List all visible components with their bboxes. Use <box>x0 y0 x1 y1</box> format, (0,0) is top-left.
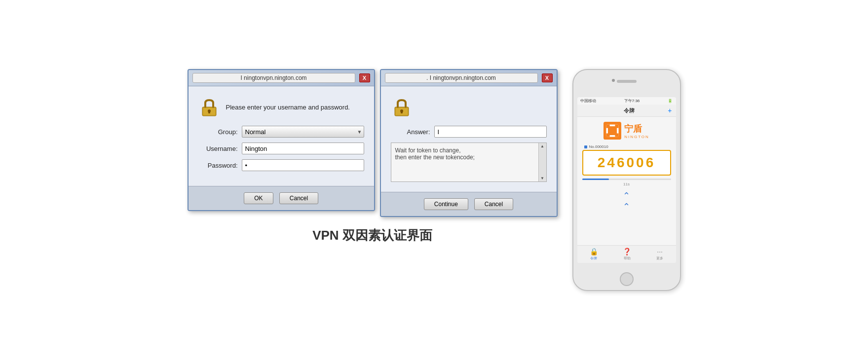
tokens-label: 令牌 <box>590 256 597 261</box>
nington-brand-sub: NINGTON <box>624 135 649 139</box>
phone-camera <box>612 79 615 82</box>
svg-rect-3 <box>208 111 210 113</box>
nington-brand-name: 宁盾 <box>624 123 649 135</box>
page-caption: VPN 双因素认证界面 <box>312 227 432 244</box>
group-select[interactable]: Normal <box>242 126 364 138</box>
dialog-header-text: Please enter your username and password. <box>226 104 350 111</box>
hint-text: Wait for token to change, then enter the… <box>391 143 546 165</box>
vpn-answer-dialog: . I ningtonvpn.nington.com X <box>380 69 558 217</box>
carrier-label: 中国移动 <box>580 98 596 104</box>
token-number-label: No.000010 <box>584 144 608 149</box>
phone-home-button[interactable] <box>620 272 634 286</box>
phone-body: 宁盾 NINGTON No.000010 246006 11s ⌃⌃ <box>577 117 676 245</box>
cancel-button[interactable]: Cancel <box>279 192 318 204</box>
dialog2-footer: Continue Cancel <box>381 192 557 216</box>
svg-rect-7 <box>401 111 403 113</box>
token-progress-fill <box>582 179 609 180</box>
dialog-header: Please enter your username and password. <box>198 96 364 118</box>
svg-rect-14 <box>615 133 619 137</box>
token-time-label: 11s <box>623 182 630 186</box>
password-row: Password: <box>198 159 364 171</box>
username-label: Username: <box>198 145 238 152</box>
answer-label: Answer: <box>391 128 430 136</box>
phone-speaker <box>617 80 637 83</box>
dialog-footer: OK Cancel <box>189 186 374 210</box>
dialog2-url: . I ningtonvpn.nington.com <box>385 73 538 83</box>
dialog-body: Please enter your username and password.… <box>189 86 374 186</box>
dialog-close-button[interactable]: X <box>359 73 370 82</box>
password-input[interactable] <box>242 159 364 171</box>
nington-logo-icon <box>604 122 621 140</box>
tokens-icon: 🔒 <box>590 248 598 255</box>
token-code-display: 246006 <box>582 150 671 176</box>
group-row: Group: Normal ▼ <box>198 126 364 138</box>
phone-nav-tokens[interactable]: 🔒 令牌 <box>590 248 598 261</box>
dialog-titlebar: I ningtonvpn.nington.com X <box>189 70 374 86</box>
phone-add-button[interactable]: + <box>668 107 672 114</box>
phone-nav-bar: 令牌 + <box>577 105 676 117</box>
dialog2-body: Answer: Wait for token to change, then e… <box>381 86 557 192</box>
group-select-wrapper: Normal ▼ <box>242 126 364 138</box>
svg-rect-12 <box>615 124 619 128</box>
username-row: Username: <box>198 143 364 154</box>
dialog2-cancel-button[interactable]: Cancel <box>474 198 513 210</box>
group-label: Group: <box>198 128 238 136</box>
dialog2-close-button[interactable]: X <box>542 73 553 82</box>
password-label: Password: <box>198 162 238 169</box>
help-icon: ❓ <box>623 248 631 255</box>
phone-nav-more[interactable]: ··· 更多 <box>656 248 663 261</box>
phone-mockup: 中国移动 下午7:36 🔋 令牌 + <box>572 69 681 291</box>
dialog2-header <box>391 96 547 118</box>
help-label: 帮助 <box>624 256 631 261</box>
battery-icon: 🔋 <box>668 99 673 103</box>
phone-status-bar: 中国移动 下午7:36 🔋 <box>577 97 676 105</box>
ok-button[interactable]: OK <box>244 192 273 204</box>
token-progress-bar <box>582 179 671 180</box>
phone-nav-title: 令牌 <box>624 107 635 114</box>
scroll-up-icon[interactable]: ▲ <box>540 144 544 148</box>
svg-rect-11 <box>606 124 610 128</box>
time-label: 下午7:36 <box>624 98 640 104</box>
more-label: 更多 <box>656 256 663 261</box>
scroll-down-icon[interactable]: ▼ <box>540 176 544 180</box>
phone-nav-help[interactable]: ❓ 帮助 <box>623 248 631 261</box>
vpn-login-dialog: I ningtonvpn.nington.com X Please e <box>188 69 375 211</box>
chevron-up-icon: ⌃⌃ <box>623 190 630 212</box>
phone-screen: 中国移动 下午7:36 🔋 令牌 + <box>577 97 676 263</box>
dialog2-titlebar: . I ningtonvpn.nington.com X <box>381 70 557 86</box>
svg-rect-13 <box>606 133 610 137</box>
answer-input[interactable] <box>434 126 547 138</box>
lock-icon <box>198 96 220 118</box>
scrollbar-track[interactable]: ▲ ▼ <box>538 143 546 181</box>
continue-button[interactable]: Continue <box>424 198 468 210</box>
more-icon: ··· <box>657 248 663 255</box>
dialog-url: I ningtonvpn.nington.com <box>192 73 355 83</box>
phone-bottom-nav: 🔒 令牌 ❓ 帮助 ··· 更多 <box>577 245 676 263</box>
answer-row: Answer: <box>391 126 547 138</box>
username-input[interactable] <box>242 143 364 154</box>
nington-brand: 宁盾 NINGTON <box>624 123 649 139</box>
nington-logo: 宁盾 NINGTON <box>604 122 649 140</box>
hint-area: Wait for token to change, then enter the… <box>391 143 547 182</box>
lock2-icon <box>391 96 413 118</box>
